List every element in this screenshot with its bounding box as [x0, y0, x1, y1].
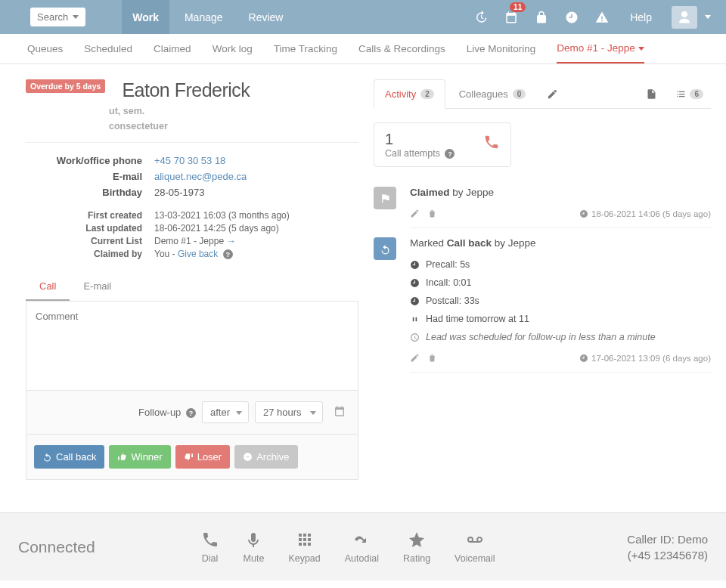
callback-button[interactable]: Call back: [34, 445, 104, 469]
clock-icon: [579, 209, 588, 218]
timeline-item: Claimed by Jeppe 18-06-2021 14:06 (5 day…: [374, 187, 711, 228]
timestamp: 18-06-2021 14:06 (5 days ago): [591, 209, 711, 218]
tab-email[interactable]: E-mail: [70, 273, 125, 301]
call-bar: Connected Dial Mute Keypad Autodial Rati…: [0, 512, 726, 580]
postcall-detail: Postcall: 33s: [410, 296, 711, 306]
loser-button[interactable]: Loser: [175, 445, 231, 469]
help-icon[interactable]: ?: [223, 249, 233, 259]
first-created-label: First created: [26, 210, 154, 221]
edit-icon[interactable]: [539, 82, 566, 106]
lead-panel: Overdue by 5 days Eaton Frederick ut, se…: [26, 79, 358, 505]
last-updated-value: 18-06-2021 14:25 (5 days ago): [154, 223, 279, 234]
help-icon[interactable]: ?: [186, 408, 196, 418]
refresh-icon: [374, 237, 396, 260]
timestamp: 17-06-2021 13:09 (6 days ago): [591, 354, 711, 363]
mute-button[interactable]: Mute: [244, 531, 265, 564]
trash-icon[interactable]: [427, 209, 437, 218]
archive-button[interactable]: Archive: [234, 445, 297, 469]
notifications-badge: 11: [510, 2, 526, 12]
winner-button[interactable]: Winner: [109, 445, 170, 469]
claimed-by-label: Claimed by: [26, 249, 154, 259]
lead-name: Eaton Frederick: [122, 79, 250, 101]
phone-label: Work/office phone: [26, 155, 154, 166]
tab-calls-recordings[interactable]: Calls & Recordings: [358, 35, 445, 63]
timeline: Claimed by Jeppe 18-06-2021 14:06 (5 day…: [374, 187, 711, 373]
email-link[interactable]: aliquet.nec@pede.ca: [154, 171, 247, 182]
followup-duration-select[interactable]: 27 hours: [255, 401, 323, 423]
tab-work-log[interactable]: Work log: [213, 35, 253, 63]
rating-button[interactable]: Rating: [403, 531, 430, 564]
autodial-button[interactable]: Autodial: [345, 531, 379, 564]
calendar-icon[interactable]: [329, 405, 350, 420]
tab-scheduled[interactable]: Scheduled: [84, 35, 132, 63]
dial-button[interactable]: Dial: [201, 531, 219, 564]
nav-manage[interactable]: Manage: [174, 0, 234, 34]
history-icon[interactable]: [468, 0, 494, 34]
search-dropdown[interactable]: Search: [30, 8, 85, 26]
give-back-link[interactable]: Give back: [178, 249, 218, 259]
caller-id: Caller ID: Demo (+45 12345678): [627, 531, 708, 563]
calendar-icon[interactable]: 11: [498, 0, 524, 34]
colleagues-count: 0: [513, 89, 526, 99]
sub-nav: Queues Scheduled Claimed Work log Time T…: [0, 34, 726, 64]
voicemail-button[interactable]: Voicemail: [455, 531, 495, 564]
last-updated-label: Last updated: [26, 223, 154, 234]
followup-row: Follow-up ? after 27 hours: [26, 391, 358, 435]
main-content: Overdue by 5 days Eaton Frederick ut, se…: [0, 64, 726, 512]
tab-live-monitoring[interactable]: Live Monitoring: [467, 35, 536, 63]
trash-icon[interactable]: [427, 353, 437, 363]
schedule-note: Lead was scheduled for follow-up in less…: [410, 332, 711, 342]
alert-icon[interactable]: [589, 0, 615, 34]
tab-colleagues[interactable]: Colleagues0: [448, 80, 537, 108]
tab-queues[interactable]: Queues: [27, 35, 63, 63]
timeline-title: Claimed by Jeppe: [410, 187, 711, 198]
phone-link[interactable]: +45 70 30 53 18: [154, 155, 225, 166]
call-attempts-label: Call attempts ?: [385, 148, 455, 159]
help-link[interactable]: Help: [619, 11, 662, 23]
comment-detail: Had time tomorrow at 11: [410, 314, 711, 324]
keypad-button[interactable]: Keypad: [288, 531, 320, 564]
caret-down-icon: [73, 15, 79, 19]
precall-detail: Precall: 5s: [410, 259, 711, 270]
timeline-title: Marked Call back by Jeppe: [410, 237, 711, 249]
followup-label: Follow-up ?: [138, 407, 196, 418]
phone-icon: [483, 134, 500, 153]
tab-activity[interactable]: Activity2: [374, 79, 445, 109]
incall-detail: Incall: 0:01: [410, 277, 711, 288]
clock-icon[interactable]: [559, 0, 585, 34]
list-icon[interactable]: 6: [668, 82, 711, 106]
overdue-badge: Overdue by 5 days: [26, 79, 105, 93]
clock-icon: [579, 354, 588, 363]
followup-mode-select[interactable]: after: [202, 401, 249, 423]
nav-work[interactable]: Work: [122, 0, 169, 34]
activity-count: 2: [420, 89, 434, 99]
caret-down-icon: [705, 15, 711, 19]
arrow-right-icon[interactable]: →: [227, 236, 236, 246]
caret-down-icon: [638, 47, 644, 51]
claimed-by-value: You - Give back ?: [154, 249, 233, 259]
comment-input[interactable]: [36, 311, 349, 379]
flag-icon: [374, 187, 396, 209]
activity-tabs: Activity2 Colleagues0 6: [374, 79, 711, 109]
comment-tabs: Call E-mail: [26, 273, 358, 302]
current-list-label: Current List: [26, 236, 154, 246]
action-buttons: Call back Winner Loser Archive: [26, 435, 358, 480]
tab-call[interactable]: Call: [26, 273, 70, 301]
tab-demo-list[interactable]: Demo #1 - Jeppe: [557, 34, 644, 63]
search-label: Search: [37, 11, 68, 23]
document-icon[interactable]: [638, 82, 665, 106]
top-bar: Search Work Manage Review 11 Help: [0, 0, 726, 34]
lead-subtitle-2: consectetuer: [109, 121, 358, 132]
nav-review[interactable]: Review: [238, 0, 294, 34]
lock-icon[interactable]: [529, 0, 554, 34]
edit-icon[interactable]: [410, 353, 420, 363]
current-list-value: Demo #1 - Jeppe→: [154, 236, 236, 246]
help-icon[interactable]: ?: [445, 149, 455, 159]
tab-claimed[interactable]: Claimed: [154, 35, 191, 63]
edit-icon[interactable]: [410, 209, 420, 218]
user-menu[interactable]: [672, 6, 697, 29]
birthday-label: Birthday: [26, 187, 154, 198]
tab-time-tracking[interactable]: Time Tracking: [274, 35, 337, 63]
home-icon[interactable]: [96, 0, 117, 34]
call-attempts-count: 1: [385, 131, 455, 148]
